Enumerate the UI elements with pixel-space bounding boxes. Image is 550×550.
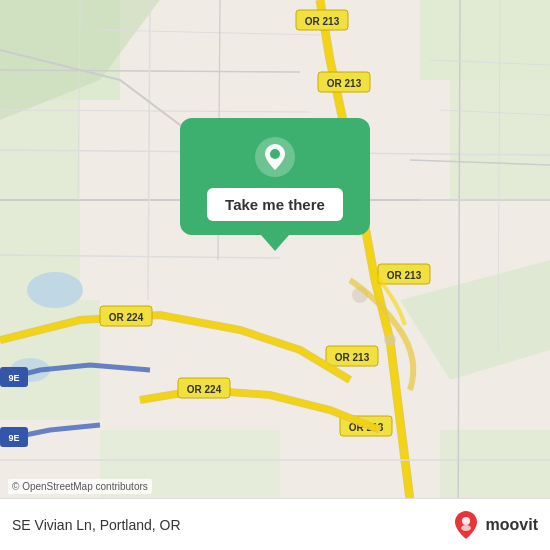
moovit-logo: moovit (450, 509, 538, 541)
popup-green-box: Take me there (180, 118, 370, 235)
svg-point-52 (461, 525, 471, 531)
svg-point-10 (27, 272, 83, 308)
svg-rect-4 (420, 0, 550, 80)
svg-point-48 (384, 334, 396, 346)
svg-text:9E: 9E (8, 373, 19, 383)
bottom-bar: SE Vivian Ln, Portland, OR moovit (0, 498, 550, 550)
svg-text:OR 213: OR 213 (387, 270, 422, 281)
svg-text:9E: 9E (8, 433, 19, 443)
location-pin-icon (254, 136, 296, 178)
svg-text:OR 213: OR 213 (327, 78, 362, 89)
svg-point-51 (462, 517, 470, 525)
popup-triangle (261, 235, 289, 251)
svg-text:OR 213: OR 213 (305, 16, 340, 27)
svg-rect-5 (450, 80, 550, 200)
take-me-there-button[interactable]: Take me there (207, 188, 343, 221)
moovit-logo-text: moovit (486, 516, 538, 534)
map-background: OR 213 OR 213 OR 213 OR 213 OR 213 OR 22… (0, 0, 550, 550)
svg-point-50 (270, 149, 280, 159)
moovit-logo-icon (450, 509, 482, 541)
svg-text:OR 224: OR 224 (109, 312, 144, 323)
address-text: SE Vivian Ln, Portland, OR (12, 517, 181, 533)
map-container: OR 213 OR 213 OR 213 OR 213 OR 213 OR 22… (0, 0, 550, 550)
map-attribution: © OpenStreetMap contributors (8, 479, 152, 494)
popup-card: Take me there (180, 118, 370, 251)
svg-text:OR 224: OR 224 (187, 384, 222, 395)
svg-text:OR 213: OR 213 (335, 352, 370, 363)
